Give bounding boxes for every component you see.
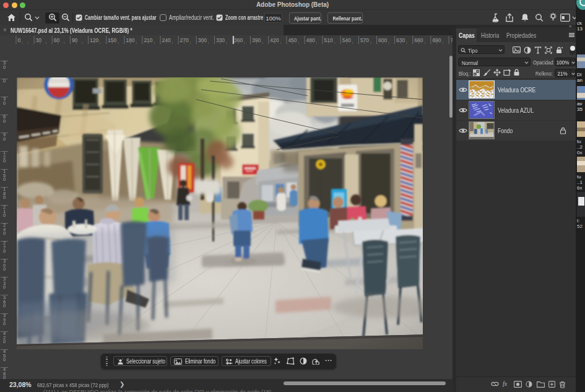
svg-text:0: 0 <box>18 37 21 43</box>
svg-text:60: 60 <box>54 37 60 43</box>
svg-text:30: 30 <box>36 37 42 43</box>
svg-text:90: 90 <box>72 37 78 43</box>
